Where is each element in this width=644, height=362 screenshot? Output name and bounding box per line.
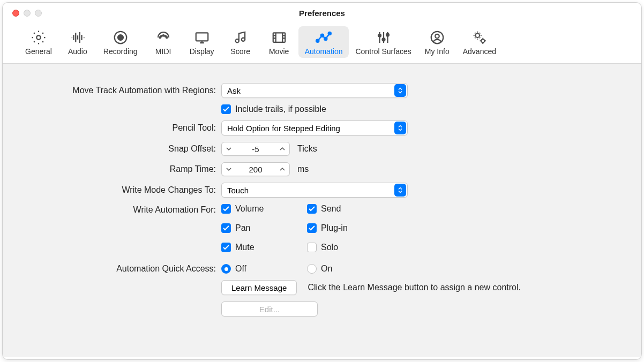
window-controls — [12, 10, 42, 17]
tab-label: Recording — [103, 47, 138, 56]
tab-automation[interactable]: Automation — [298, 26, 349, 58]
quick-access-on-label: On — [321, 264, 332, 274]
tab-midi[interactable]: MIDI — [144, 26, 183, 58]
svg-point-2 — [118, 35, 123, 40]
write-pan-label: Pan — [235, 223, 250, 233]
checkbox-icon — [307, 223, 317, 233]
svg-rect-11 — [273, 33, 285, 42]
stepper-up-icon[interactable] — [275, 163, 289, 176]
write-solo-checkbox[interactable]: Solo — [307, 243, 371, 252]
svg-point-12 — [316, 40, 319, 42]
popup-arrows-icon — [394, 122, 406, 134]
tab-label: Advanced — [463, 47, 496, 56]
svg-point-15 — [328, 32, 331, 35]
gear-icon — [31, 29, 47, 46]
move-track-popup[interactable]: Ask — [221, 83, 408, 98]
include-trails-label: Include trails, if possible — [235, 104, 326, 114]
tab-label: MIDI — [155, 47, 171, 56]
svg-point-18 — [386, 34, 389, 36]
svg-point-14 — [324, 37, 327, 40]
tab-recording[interactable]: Recording — [97, 26, 144, 58]
svg-point-16 — [378, 34, 381, 37]
stepper-down-icon[interactable] — [222, 163, 236, 176]
tab-my-info[interactable]: My Info — [418, 26, 456, 58]
score-icon — [233, 29, 249, 46]
write-mute-label: Mute — [235, 243, 254, 252]
pencil-tool-label: Pencil Tool: — [22, 123, 221, 133]
titlebar: Preferences — [3, 3, 641, 23]
midi-icon — [155, 29, 171, 46]
tab-general[interactable]: General — [19, 26, 58, 58]
zoom-button[interactable] — [35, 10, 42, 17]
popup-arrows-icon — [394, 84, 406, 97]
write-send-label: Send — [321, 204, 341, 214]
radio-icon — [307, 264, 317, 274]
tab-label: My Info — [425, 47, 450, 56]
tab-label: Control Surfaces — [355, 47, 411, 56]
write-send-checkbox[interactable]: Send — [307, 204, 371, 214]
sliders-icon — [376, 29, 392, 46]
svg-point-20 — [435, 34, 439, 39]
toolbar: General Audio Recording MIDI Display — [3, 23, 641, 64]
write-volume-label: Volume — [235, 204, 264, 214]
snap-offset-stepper[interactable]: -5 — [221, 142, 290, 156]
quick-access-off-label: Off — [235, 264, 246, 274]
tab-audio[interactable]: Audio — [58, 26, 97, 58]
tab-score[interactable]: Score — [221, 26, 260, 58]
write-mute-checkbox[interactable]: Mute — [221, 243, 286, 252]
write-plugin-label: Plug-in — [321, 223, 348, 233]
popup-arrows-icon — [394, 184, 406, 197]
pencil-tool-popup[interactable]: Hold Option for Stepped Editing — [221, 120, 408, 135]
ramp-time-label: Ramp Time: — [22, 164, 221, 174]
svg-point-6 — [161, 35, 162, 37]
record-icon — [113, 29, 129, 46]
close-button[interactable] — [12, 10, 19, 17]
move-track-value: Ask — [227, 86, 390, 95]
svg-rect-8 — [196, 33, 208, 41]
write-volume-checkbox[interactable]: Volume — [221, 204, 286, 214]
learn-message-button[interactable]: Learn Message — [221, 280, 297, 295]
ramp-time-stepper[interactable]: 200 — [221, 162, 290, 176]
display-icon — [194, 29, 210, 46]
movie-icon — [271, 29, 287, 46]
tab-label: Automation — [305, 47, 343, 56]
include-trails-checkbox[interactable]: Include trails, if possible — [221, 104, 326, 114]
window-title: Preferences — [299, 9, 345, 18]
checkbox-icon — [221, 223, 231, 233]
svg-point-7 — [164, 35, 166, 37]
user-icon — [429, 29, 445, 46]
minimize-button[interactable] — [24, 10, 31, 17]
checkbox-icon — [221, 243, 231, 252]
edit-button[interactable]: Edit... — [221, 301, 318, 316]
write-pan-checkbox[interactable]: Pan — [221, 223, 286, 233]
tab-movie[interactable]: Movie — [260, 26, 298, 58]
automation-pane: Move Track Automation with Regions: Ask — [3, 64, 641, 357]
move-track-label: Move Track Automation with Regions: — [22, 86, 221, 95]
checkbox-icon — [221, 204, 231, 214]
tab-label: Score — [230, 47, 250, 56]
svg-point-21 — [475, 34, 480, 38]
checkbox-icon — [221, 104, 231, 114]
checkbox-icon — [307, 243, 317, 252]
tab-display[interactable]: Display — [183, 26, 221, 58]
svg-point-13 — [321, 34, 324, 37]
write-for-label: Write Automation For: — [22, 204, 221, 215]
tab-control-surfaces[interactable]: Control Surfaces — [349, 26, 417, 58]
tab-label: General — [25, 47, 52, 56]
quick-access-on-radio[interactable]: On — [307, 264, 332, 274]
tab-label: Movie — [269, 47, 289, 56]
write-plugin-checkbox[interactable]: Plug-in — [307, 223, 371, 233]
write-mode-label: Write Mode Changes To: — [22, 185, 221, 195]
quick-access-off-radio[interactable]: Off — [221, 264, 286, 274]
stepper-down-icon[interactable] — [222, 142, 236, 155]
ramp-time-unit: ms — [297, 164, 309, 174]
svg-point-22 — [481, 39, 484, 42]
snap-offset-label: Snap Offset: — [22, 144, 221, 154]
waveform-icon — [70, 29, 86, 46]
stepper-up-icon[interactable] — [275, 142, 289, 155]
write-mode-popup[interactable]: Touch — [221, 183, 408, 198]
tab-advanced[interactable]: Advanced — [456, 26, 503, 58]
checkbox-icon — [307, 204, 317, 214]
snap-offset-value: -5 — [236, 145, 275, 154]
radio-icon — [221, 264, 231, 274]
